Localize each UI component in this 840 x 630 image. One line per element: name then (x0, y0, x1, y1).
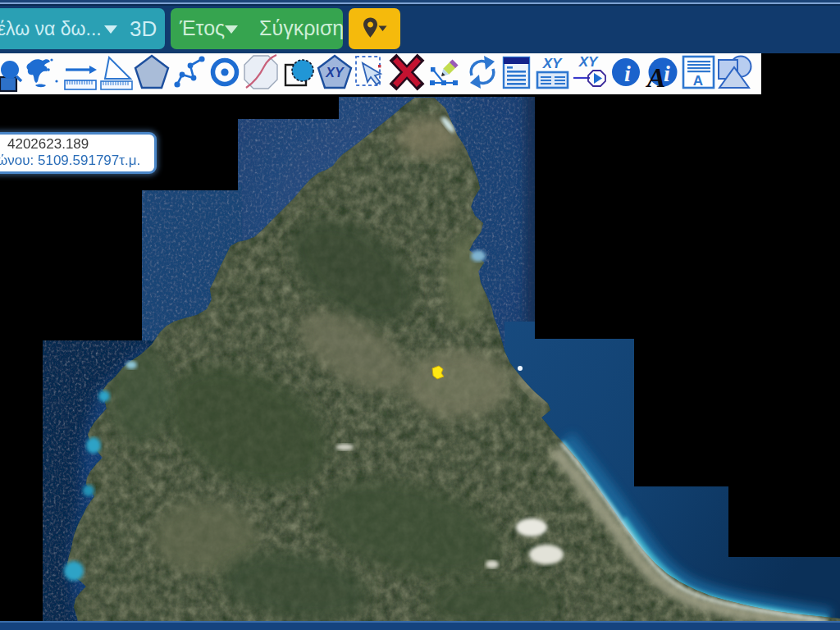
svg-text:XY: XY (578, 54, 599, 70)
svg-text:A: A (693, 73, 703, 89)
svg-text:i: i (624, 61, 631, 86)
svg-text:XY: XY (542, 56, 563, 71)
svg-text:XY: XY (325, 66, 345, 80)
svg-text:A: A (646, 62, 666, 93)
